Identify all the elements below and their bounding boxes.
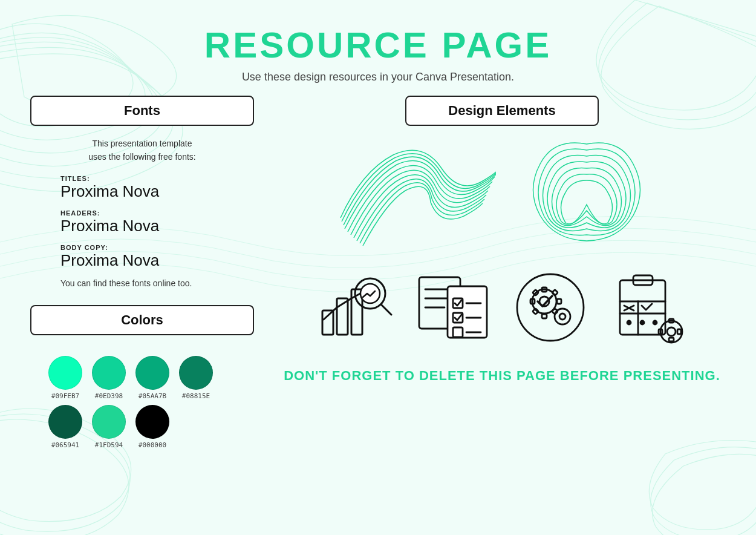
fonts-footer: You can find these fonts online too. (30, 278, 254, 288)
color-swatch-4 (179, 356, 213, 390)
fonts-description: This presentation template uses the foll… (30, 137, 254, 164)
color-item-6: #1FD594 (92, 405, 126, 449)
svg-rect-43 (669, 338, 674, 341)
icons-row (278, 265, 726, 350)
svg-point-29 (559, 313, 565, 320)
icon-analytics (314, 265, 399, 350)
font-entry-titles: TITLES: Proxima Nova (30, 175, 254, 201)
color-hex-6: #1FD594 (95, 441, 123, 449)
color-row-2: #065941 #1FD594 #000000 (48, 405, 236, 449)
colors-section: Colors #09FEB7 #0ED398 (30, 305, 254, 459)
colors-section-header: Colors (30, 305, 254, 335)
icon-strategy (605, 265, 689, 350)
color-hex-7: #000000 (138, 441, 166, 449)
design-shapes-row (278, 138, 726, 247)
color-item-4: #08815E (179, 356, 213, 400)
color-item-7: #000000 (135, 405, 169, 449)
color-item-3: #05AA7B (135, 356, 169, 400)
color-hex-4: #08815E (182, 392, 210, 400)
color-item-1: #09FEB7 (48, 356, 82, 400)
svg-rect-23 (557, 299, 561, 304)
page-subtitle: Use these design resources in your Canva… (30, 71, 726, 84)
svg-point-28 (555, 309, 570, 324)
color-row-1: #09FEB7 #0ED398 #05AA7B #08815E (48, 356, 236, 400)
svg-point-5 (360, 284, 380, 303)
color-swatch-2 (92, 356, 126, 390)
svg-point-37 (627, 321, 631, 324)
svg-point-39 (653, 321, 657, 324)
right-column: Design Elements (278, 96, 726, 459)
color-swatch-5 (48, 405, 82, 439)
icon-process (508, 265, 593, 350)
svg-rect-0 (322, 310, 333, 335)
page-title: RESOURCE PAGE (30, 24, 726, 66)
design-elements-header: Design Elements (405, 96, 599, 126)
footer-warning: DON'T FORGET TO DELETE THIS PAGE BEFORE … (278, 368, 726, 384)
font-entry-body: BODY COPY: Proxima Nova (30, 244, 254, 270)
shape-topo-2 (508, 138, 665, 247)
color-hex-1: #09FEB7 (51, 392, 79, 400)
color-item-2: #0ED398 (92, 356, 126, 400)
icon-checklist (411, 265, 496, 350)
page-header: RESOURCE PAGE Use these design resources… (30, 0, 726, 84)
fonts-section-header: Fonts (30, 96, 254, 126)
color-hex-2: #0ED398 (95, 392, 123, 400)
left-column: Fonts This presentation template uses th… (30, 96, 254, 459)
color-item-5: #065941 (48, 405, 82, 449)
font-entry-headers: HEADERS: Proxima Nova (30, 209, 254, 235)
color-hex-5: #065941 (51, 441, 79, 449)
svg-point-38 (640, 321, 644, 324)
svg-point-41 (667, 327, 676, 336)
main-layout: Fonts This presentation template uses th… (30, 96, 726, 459)
color-swatch-1 (48, 356, 82, 390)
svg-rect-21 (542, 314, 547, 318)
color-hex-3: #05AA7B (138, 392, 166, 400)
svg-point-40 (660, 321, 682, 343)
shape-topo-1 (339, 138, 496, 247)
svg-rect-45 (677, 329, 681, 334)
svg-rect-26 (533, 309, 539, 315)
color-grid: #09FEB7 #0ED398 #05AA7B #08815E (30, 346, 254, 459)
svg-rect-25 (552, 290, 558, 296)
color-swatch-7 (135, 405, 169, 439)
color-swatch-3 (135, 356, 169, 390)
svg-point-17 (517, 274, 584, 341)
svg-line-4 (382, 305, 391, 315)
color-swatch-6 (92, 405, 126, 439)
